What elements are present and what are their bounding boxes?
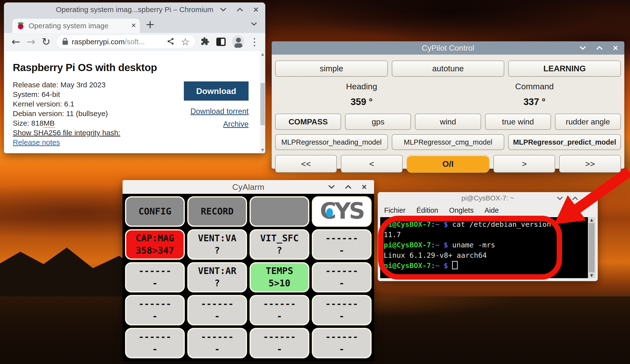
model-cmg-button[interactable]: MLPRegressor_cmg_model (392, 134, 504, 150)
cell-vent-ar[interactable]: VENT:AR? (187, 262, 247, 293)
page-title: Raspberry Pi OS with desktop (13, 62, 157, 73)
sha256-link[interactable]: Show SHA256 file integrity hash: (13, 129, 120, 137)
cell-cap-mag[interactable]: CAP:MAG358>347 (125, 229, 185, 260)
terminal-titlebar[interactable]: pi@CysBOX-7: ~ (378, 192, 598, 204)
cell-empty[interactable]: ------- (250, 295, 309, 325)
scrollbar-thumb[interactable] (260, 83, 265, 125)
address-bar[interactable]: raspberrypi.com /soft... ☆ (56, 35, 195, 48)
mode-simple-button[interactable]: simple (275, 60, 388, 77)
scroll-down-icon[interactable]: ▼ (260, 148, 265, 152)
terminal-line: pi@CysBOX-7:~$uname -mrs (384, 240, 588, 250)
cell-blank[interactable] (250, 196, 309, 227)
fast-forward-button[interactable]: >> (559, 155, 621, 173)
chromium-window: Operating system imag...spberry Pi – Chr… (4, 2, 265, 153)
page-scrollbar[interactable]: ▲ ▼ (260, 51, 265, 153)
system-line: System: 64-bit (13, 89, 120, 99)
cell-temps[interactable]: TEMPS5>10 (250, 262, 309, 293)
sensor-rudder-angle-button[interactable]: rudder angle (555, 114, 621, 130)
minimize-icon[interactable] (557, 197, 563, 200)
sensor-compass-button[interactable]: COMPASS (275, 114, 341, 130)
browser-menu-icon[interactable]: ⋮ (250, 36, 260, 47)
chromium-titlebar[interactable]: Operating system imag...spberry Pi – Chr… (4, 2, 265, 17)
maximize-icon[interactable] (596, 46, 603, 50)
model-heading-button[interactable]: MLPRegressor_heading_model (275, 134, 388, 150)
scrollbar-thumb[interactable] (589, 223, 594, 272)
mb-abbr: MB (44, 119, 55, 128)
cell-empty[interactable]: ------- (125, 328, 185, 358)
scroll-down-icon[interactable]: ▼ (588, 273, 595, 278)
fast-rewind-button[interactable]: << (275, 155, 337, 173)
scroll-up-icon[interactable]: ▲ (260, 52, 265, 56)
new-tab-button[interactable]: + (143, 18, 157, 31)
cell-empty[interactable]: ------- (250, 328, 309, 358)
profile-avatar-icon[interactable] (232, 35, 244, 48)
bookmark-star-icon[interactable]: ☆ (181, 37, 190, 47)
model-predict-button[interactable]: MLPRegressor_predict_model (508, 134, 621, 150)
close-icon[interactable] (362, 184, 367, 189)
menu-aide[interactable]: Aide (484, 206, 499, 214)
close-icon[interactable] (588, 196, 592, 200)
forward-button[interactable]: > (494, 155, 555, 173)
cell-cys-logo[interactable]: CYS (312, 196, 372, 227)
close-icon[interactable] (613, 45, 618, 50)
tab-title: Operating system image (28, 22, 130, 30)
terminal-window: pi@CysBOX-7: ~ Fichier Édition Onglets A… (378, 192, 598, 281)
rewind-button[interactable]: < (341, 155, 402, 173)
cyalarm-titlebar[interactable]: CyAlarm (122, 180, 374, 194)
menu-edition[interactable]: Édition (416, 206, 438, 214)
os-spec-list: Release date: May 3rd 2023 System: 64-bi… (13, 80, 120, 147)
menu-onglets[interactable]: Onglets (449, 206, 474, 214)
share-icon[interactable] (166, 37, 174, 46)
terminal-menubar: Fichier Édition Onglets Aide (378, 204, 598, 216)
reload-icon[interactable]: ↻ (42, 37, 50, 47)
cell-config[interactable]: CONFIG (125, 196, 185, 227)
archive-link[interactable]: Archive (223, 120, 248, 129)
release-notes-link[interactable]: Release notes (13, 138, 60, 146)
cypilot-window: CyPilot Control simple autotune LEARNING… (272, 41, 624, 169)
sensor-true-wind-button[interactable]: true wind (485, 114, 551, 130)
back-icon[interactable]: ← (12, 37, 20, 47)
menu-fichier[interactable]: Fichier (384, 206, 406, 214)
minimize-icon[interactable] (328, 185, 335, 189)
forward-icon[interactable]: → (26, 37, 35, 47)
cell-empty[interactable]: ------- (187, 295, 247, 325)
cell-record[interactable]: RECORD (187, 196, 247, 227)
tab-close-icon[interactable] (132, 23, 136, 28)
minimize-icon[interactable] (220, 8, 226, 11)
mode-autotune-button[interactable]: autotune (392, 60, 504, 77)
terminal-scrollbar[interactable]: ▲ ▼ (588, 217, 595, 278)
minimize-icon[interactable] (580, 46, 586, 50)
maximize-icon[interactable] (237, 8, 243, 11)
maximize-icon[interactable] (572, 197, 578, 200)
sensor-wind-button[interactable]: wind (415, 114, 481, 130)
cell-empty[interactable]: ------- (187, 328, 247, 358)
url-path: /soft... (125, 38, 145, 46)
tab-strip: Operating system image + (4, 17, 265, 33)
cell-empty[interactable]: ------- (125, 262, 185, 293)
kernel-line: Kernel version: 6.1 (13, 99, 120, 109)
raspberry-pi-favicon (16, 21, 25, 30)
mode-learning-button[interactable]: LEARNING (508, 60, 621, 77)
download-torrent-link[interactable]: Download torrent (190, 107, 248, 116)
extensions-puzzle-icon[interactable] (200, 37, 210, 47)
scroll-up-icon[interactable]: ▲ (588, 218, 595, 222)
cell-vent-va[interactable]: VENT:VA? (187, 229, 247, 260)
side-panel-icon[interactable] (216, 38, 226, 46)
cell-empty[interactable]: ------- (125, 295, 185, 325)
cypilot-titlebar[interactable]: CyPilot Control (272, 41, 624, 55)
url-host: raspberrypi.com (72, 38, 125, 46)
tab-search-chevron-icon[interactable] (251, 22, 257, 27)
cell-empty[interactable]: ------- (312, 295, 372, 325)
browser-toolbar: ← → ↻ raspberrypi.com /soft... ☆ ⋮ (4, 33, 265, 51)
cell-vit-sfc[interactable]: VIT_SFC? (250, 229, 309, 260)
tab-operating-system-images[interactable]: Operating system image (12, 19, 140, 33)
sensor-gps-button[interactable]: gps (345, 114, 411, 130)
power-oi-button[interactable]: O/I (406, 155, 490, 173)
cell-empty[interactable]: ------- (312, 328, 372, 358)
maximize-icon[interactable] (345, 185, 352, 189)
terminal-console[interactable]: pi@CysBOX-7:~$cat /etc/debian_version 11… (380, 217, 588, 278)
cell-empty[interactable]: ------- (312, 262, 372, 293)
download-button[interactable]: Download (184, 81, 248, 101)
cell-empty[interactable]: ------- (312, 229, 372, 260)
close-icon[interactable] (254, 7, 258, 12)
